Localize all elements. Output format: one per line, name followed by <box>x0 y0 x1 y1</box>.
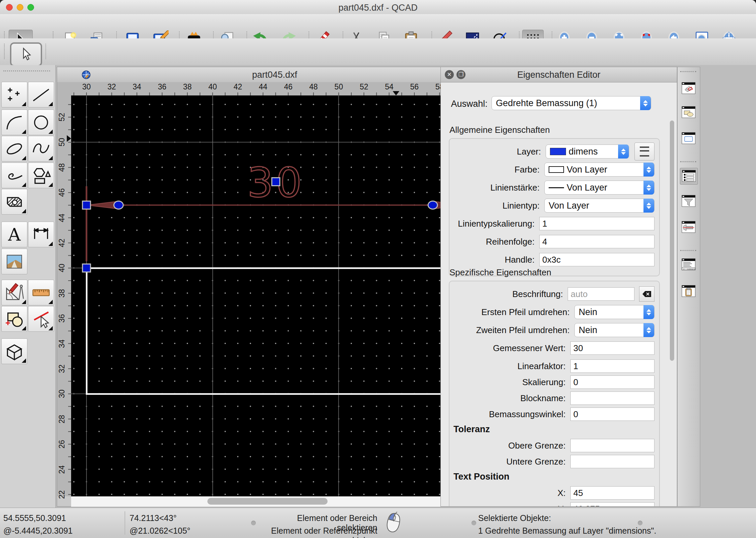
hatch-tools-button[interactable] <box>1 189 27 215</box>
property-input[interactable] <box>539 235 654 248</box>
command-line-toggle[interactable]: c: command <box>680 257 697 273</box>
property-input[interactable] <box>539 217 654 230</box>
selection-filter-toggle[interactable] <box>680 193 697 209</box>
property-label: Untere Grenze: <box>453 457 566 467</box>
text-tool-icon: A <box>8 226 21 243</box>
handle-extension-origin-1[interactable] <box>82 264 90 272</box>
mouse-icon <box>385 511 402 535</box>
clear-input-button[interactable] <box>639 286 654 302</box>
measurement-toggle[interactable] <box>680 219 697 235</box>
property-combobox[interactable]: dimens <box>546 145 629 159</box>
stepper-icon[interactable] <box>643 163 654 177</box>
property-combobox[interactable]: Nein <box>574 323 654 337</box>
text-tool-button[interactable]: A <box>1 222 27 247</box>
shape-tools-button[interactable] <box>28 163 54 188</box>
property-input[interactable] <box>570 391 654 405</box>
property-input[interactable] <box>570 341 654 355</box>
property-combobox[interactable]: Von Layer <box>544 181 654 195</box>
library-browser-toggle[interactable] <box>680 130 697 147</box>
palette-drag-handle[interactable] <box>3 70 50 71</box>
property-input[interactable] <box>570 439 654 452</box>
draft-tools-button[interactable] <box>1 280 27 305</box>
stepper-icon[interactable] <box>643 323 654 337</box>
property-input[interactable] <box>568 287 634 301</box>
combobox-value: Von Layer <box>549 201 589 211</box>
clipboard-viewer-toggle[interactable] <box>680 283 697 299</box>
drawing-canvas[interactable]: 30 <box>71 95 485 496</box>
clipboard-panel-icon <box>680 284 697 299</box>
handle-text-position[interactable] <box>272 178 280 186</box>
horizontal-scroll-thumb[interactable] <box>207 498 328 505</box>
ellipse-tools-button[interactable] <box>1 136 27 162</box>
property-row: Ersten Pfeil umdrehen:Nein <box>453 305 654 319</box>
property-input[interactable] <box>570 486 654 500</box>
property-label: Reihenfolge: <box>453 237 535 247</box>
property-editor-toggle[interactable] <box>680 168 698 185</box>
handle-dimline-start[interactable] <box>82 201 90 209</box>
dimension-entity-layer[interactable]: 30 <box>71 95 485 496</box>
stepper-icon[interactable] <box>640 96 651 110</box>
document-window: part045.dxf 3032343638404244464850525456… <box>57 67 493 507</box>
property-label: Zweiten Pfeil umdrehen: <box>453 325 570 335</box>
arc-tools-button[interactable] <box>1 109 27 135</box>
status-dot <box>251 521 256 525</box>
point-tools-button[interactable] <box>1 82 27 107</box>
spline-tools-button[interactable] <box>28 136 54 162</box>
property-input[interactable] <box>539 253 654 266</box>
stepper-icon[interactable] <box>643 181 654 195</box>
status-dot <box>471 521 476 525</box>
property-combobox[interactable]: Nein <box>574 305 654 319</box>
stepper-icon[interactable] <box>643 305 654 319</box>
toolbar-drag-handle[interactable] <box>4 44 5 59</box>
layer-menu-button[interactable] <box>634 143 654 161</box>
ruler-left-label: 38 <box>57 289 66 298</box>
polyline-tools-button[interactable] <box>1 163 27 188</box>
property-input[interactable] <box>570 359 654 373</box>
ruler-left-label: 40 <box>57 264 66 273</box>
block-list-toggle[interactable] <box>680 104 697 120</box>
status-dot <box>638 521 642 525</box>
property-row: Bemassungswinkel: <box>453 408 654 421</box>
property-combobox[interactable]: Von Layer <box>544 199 654 213</box>
combobox-value: dimens <box>569 147 598 157</box>
circle-tools-button[interactable] <box>28 109 54 135</box>
ruler-left-label: 36 <box>57 314 66 323</box>
property-label: Linearfaktor: <box>453 361 566 371</box>
dock-drag-handle[interactable] <box>680 71 696 72</box>
status-bar: 54.5555,50.3091 @-5.4445,20.3091 74.2113… <box>0 508 756 538</box>
line-tools-button[interactable] <box>28 82 54 107</box>
property-combobox[interactable]: Von Layer <box>544 163 654 177</box>
snap-tools-button[interactable] <box>28 306 54 332</box>
cursor-icon <box>18 47 34 62</box>
window-title: part045.dxf - QCAD <box>0 3 756 13</box>
property-row: Beschriftung: <box>453 287 654 301</box>
document-titlebar[interactable]: part045.dxf <box>57 67 492 82</box>
solid-tools-button[interactable] <box>1 338 27 364</box>
titlebar: part045.dxf - QCAD <box>0 0 756 14</box>
active-selection-tool-button[interactable] <box>10 42 42 66</box>
submenu-indicator <box>48 326 53 330</box>
modify-tools-button[interactable] <box>1 306 27 332</box>
selection-combobox[interactable]: Gedrehte Bemassung (1) <box>492 96 651 110</box>
stepper-icon[interactable] <box>618 145 629 159</box>
property-row: Linienstärke:Von Layer <box>453 181 654 194</box>
handle-arrow-2[interactable] <box>428 201 437 209</box>
canvas-horizontal-scrollbar[interactable] <box>71 496 442 507</box>
stepper-icon[interactable] <box>643 199 654 213</box>
info-tools-button[interactable] <box>28 280 54 305</box>
property-input[interactable] <box>570 408 654 421</box>
panel-scroll-thumb[interactable] <box>670 120 674 361</box>
property-row: X: <box>453 486 654 500</box>
property-input[interactable] <box>570 375 654 389</box>
handle-arrow-1[interactable] <box>114 201 123 209</box>
property-input[interactable] <box>570 502 654 507</box>
image-tool-button[interactable] <box>1 249 27 274</box>
ruler-top-label: 34 <box>133 82 141 91</box>
property-row: Layer:dimens <box>453 145 654 158</box>
combobox-value: Von Layer <box>567 183 607 193</box>
ruler-top-label: 42 <box>233 82 242 91</box>
ruler-left-label: 30 <box>57 390 66 398</box>
property-input[interactable] <box>570 455 654 468</box>
layer-list-toggle[interactable] <box>680 80 697 96</box>
dimension-tools-button[interactable] <box>28 222 54 247</box>
